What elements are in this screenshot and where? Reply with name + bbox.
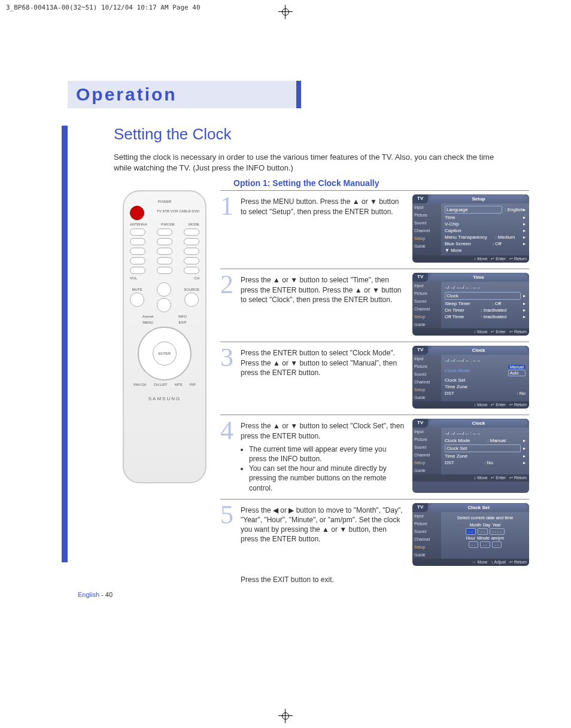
remote-vol-label: VOL: [130, 276, 137, 280]
osd-field-label: Hour: [466, 536, 475, 540]
enter-button[interactable]: ENTER: [153, 342, 177, 365]
osd-side-item: Setup: [412, 543, 441, 551]
chevron-right-icon: ▸: [523, 460, 526, 465]
step-number: 3: [220, 346, 237, 409]
step-number: 1: [220, 194, 237, 263]
osd-hint: ↩ Return: [509, 476, 527, 480]
osd-tv-label: TV: [412, 194, 428, 203]
num-9-button[interactable]: [184, 257, 199, 264]
prech-button[interactable]: [184, 267, 199, 274]
osd-option[interactable]: Auto: [508, 370, 526, 376]
step-2: 2Press the ▲ or ▼ button to select "Time…: [220, 269, 529, 342]
osd-item-label: Time Zone: [445, 453, 467, 459]
osd-item-label: ▼ More: [445, 248, 461, 253]
remote-exit-label: EXIT: [178, 321, 186, 324]
osd-side-item: Channel: [412, 305, 441, 313]
ch-up-button[interactable]: [157, 298, 171, 312]
chevron-right-icon: ▸: [523, 453, 526, 459]
osd-side-item: Setup: [412, 459, 441, 467]
osd-field-value[interactable]: - -: [466, 528, 476, 535]
num-2-button[interactable]: [157, 238, 172, 245]
num-5-button[interactable]: [157, 248, 172, 255]
osd-field-value[interactable]: - -: [469, 541, 479, 548]
dash-button[interactable]: [130, 267, 145, 274]
osd-side-item: Sound: [412, 370, 441, 378]
osd-item-label: Clock: [445, 292, 521, 300]
remote-mute-label: MUTE: [132, 288, 142, 291]
num-4-button[interactable]: [130, 248, 145, 255]
osd-field-label: Year: [492, 523, 500, 527]
osd-side-item: Setup: [412, 386, 441, 394]
osd-tv-label: TV: [412, 503, 428, 512]
osd-item-label: Caption: [445, 228, 461, 233]
osd-item-value: : Inactivated: [481, 314, 506, 319]
osd-field-label: Day: [483, 523, 490, 527]
chevron-right-icon: ▸: [523, 234, 526, 240]
chevron-right-icon: ▸: [523, 293, 526, 298]
osd-field-value[interactable]: - -: [492, 541, 502, 548]
osd-title: Time: [430, 273, 527, 281]
mute-button[interactable]: [130, 293, 144, 307]
osd-main: Select current date and timeMonthDayYear…: [441, 512, 529, 559]
step-bullet: The current time will appear every time …: [249, 444, 405, 464]
vol-up-button[interactable]: [157, 282, 171, 297]
remote-power-label: POWER: [158, 200, 172, 203]
enter-label: ENTER: [159, 352, 171, 355]
chevron-right-icon: ▸: [523, 438, 526, 443]
mode-button[interactable]: [184, 229, 199, 236]
remote-menu-label: MENU: [142, 321, 153, 324]
osd-field-value[interactable]: - -: [478, 528, 488, 535]
osd-title: Clock: [430, 346, 527, 354]
osd-side-item: Picture: [412, 520, 441, 528]
osd-main: --/ --/ ----/ -- : -- --Clock Mode: Manu…: [441, 428, 529, 474]
num-3-button[interactable]: [184, 238, 199, 245]
left-accent-bar: [62, 126, 68, 562]
osd-hint: ↕ Move: [474, 257, 488, 261]
osd-item-value: : Off: [493, 241, 502, 246]
chevron-right-icon: ▸: [523, 307, 526, 313]
osd-field-value[interactable]: - -: [480, 541, 490, 548]
chevron-right-icon: ▸: [523, 301, 526, 306]
osd-field-value[interactable]: - - - -: [490, 528, 505, 535]
chevron-right-icon: ▸: [523, 228, 526, 233]
osd-menu-item: Clock Mode: Manual▸: [444, 437, 527, 444]
source-button[interactable]: [184, 293, 199, 307]
osd-item-label: Time: [445, 215, 455, 220]
nav-ring[interactable]: ENTER: [138, 327, 192, 380]
exit-instruction: Press the EXIT button to exit.: [241, 572, 529, 584]
osd-side-item: Sound: [412, 219, 441, 227]
osd-item-label: Sleep Timer: [445, 301, 470, 306]
osd-item-label: Clock Mode: [445, 438, 470, 443]
remote-antenna-label: ANTENNA: [130, 223, 147, 226]
num-0-button[interactable]: [157, 267, 172, 274]
osd-option[interactable]: Manual: [508, 365, 526, 369]
osd-side-item: Input: [412, 355, 441, 363]
num-8-button[interactable]: [157, 257, 172, 264]
step-text: Press the ▲ or ▼ button to select "Time"…: [241, 273, 409, 336]
chevron-right-icon: ▸: [523, 241, 526, 246]
osd-screenshot: TVTimeInputPictureSoundChannelSetupGuide…: [412, 273, 529, 336]
osd-side-item: Input: [412, 428, 441, 435]
num-6-button[interactable]: [184, 248, 199, 255]
osd-side-item: Guide: [412, 551, 441, 559]
chevron-right-icon: ▸: [523, 221, 526, 227]
osd-item-label: Clock Set: [445, 377, 465, 383]
chevron-right-icon: ▸: [523, 446, 526, 451]
osd-hint: ↕ Adjust: [491, 560, 506, 564]
num-7-button[interactable]: [130, 257, 145, 264]
osd-item-label: Language: [445, 206, 502, 214]
antenna-button[interactable]: [130, 229, 145, 236]
power-button[interactable]: [130, 206, 144, 220]
osd-item-value: : Off: [492, 301, 501, 306]
osd-main: --/ --/ ----/ -- : -- --Clock ModeManual…: [441, 355, 529, 401]
step-1: 1Press the MENU button. Press the ▲ or ▼…: [220, 190, 529, 269]
footer-english: English: [78, 591, 99, 598]
num-1-button[interactable]: [130, 238, 145, 245]
pmode-button[interactable]: [157, 229, 172, 236]
osd-item-value: : No: [517, 391, 526, 396]
chevron-right-icon: ▸: [523, 207, 526, 212]
page-footer: English - 40: [78, 591, 529, 598]
osd-hint: ↵ Enter: [491, 257, 506, 261]
osd-title: Setup: [430, 195, 527, 203]
osd-screenshot: TVSetupInputPictureSoundChannelSetupGuid…: [412, 194, 529, 263]
